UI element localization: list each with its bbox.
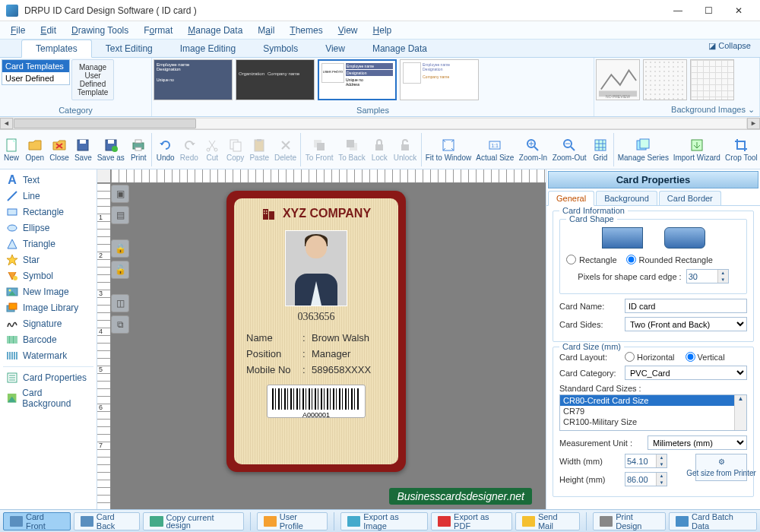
actual-size-button[interactable]: 1:1Actual Size <box>473 131 516 168</box>
zoom-in-button[interactable]: Zoom-In <box>516 131 549 168</box>
ribbon-tab-symbols[interactable]: Symbols <box>249 40 312 57</box>
radio-horizontal[interactable]: Horizontal <box>625 352 675 362</box>
scroll-left-arrow[interactable]: ◄ <box>0 118 13 129</box>
tool-watermark[interactable]: Watermark <box>3 348 93 363</box>
close-button-tb[interactable]: Close <box>47 131 72 168</box>
list-scrollbar[interactable]: ▲ <box>734 395 746 430</box>
tool-text[interactable]: AText <box>3 173 93 188</box>
tab-background[interactable]: Background <box>596 191 657 205</box>
sample-template-2[interactable]: OrganizationCompany name <box>236 59 315 100</box>
menu-format[interactable]: Format <box>136 24 180 37</box>
undo-button[interactable]: Undo <box>154 131 177 168</box>
ribbon-tab-image-editing[interactable]: Image Editing <box>166 40 249 57</box>
close-button[interactable]: ✕ <box>724 2 754 20</box>
menu-edit[interactable]: Edit <box>33 24 64 37</box>
spin-down[interactable]: ▼ <box>656 461 667 468</box>
category-list[interactable]: Card Templates User Defined <box>2 59 70 85</box>
copy-current-design-button[interactable]: Copy current design <box>143 512 243 530</box>
paste-button[interactable]: Paste <box>247 131 272 168</box>
unlock-button[interactable]: Unlock <box>391 131 420 168</box>
ribbon-tab-view[interactable]: View <box>312 40 359 57</box>
tool-new-image[interactable]: New Image <box>3 284 93 299</box>
ribbon-tab-manage-data[interactable]: Manage Data <box>359 40 441 57</box>
redo-button[interactable]: Redo <box>177 131 201 168</box>
menu-help[interactable]: Help <box>366 24 400 37</box>
standard-sizes-list[interactable]: CR80-Credit Card Size CR79 CR100-Militar… <box>559 394 747 431</box>
bg-thumb-3[interactable] <box>690 59 734 100</box>
sample-template-1[interactable]: Employee name Designation Unique no <box>154 59 233 100</box>
copy-button[interactable]: Copy <box>223 131 247 168</box>
tool-star[interactable]: Star <box>3 252 93 268</box>
ribbon-hscrollbar[interactable]: ◄ ► <box>0 117 760 130</box>
id-card[interactable]: XYZ COMPANY 0363656 Name:Brown Walsh Pos… <box>226 191 406 472</box>
ribbon-tab-templates[interactable]: Templates <box>21 40 92 58</box>
to-front-button[interactable]: To Front <box>302 131 335 168</box>
minimize-button[interactable]: — <box>663 2 693 20</box>
cut-button[interactable]: Cut <box>201 131 223 168</box>
tool-rectangle[interactable]: Rectangle <box>3 204 93 220</box>
height-spinner[interactable]: 86.00▲▼ <box>625 472 667 486</box>
print-design-button[interactable]: Print Design <box>593 512 666 530</box>
grid-button[interactable]: Grid <box>589 131 612 168</box>
card-front-button[interactable]: Card Front <box>3 512 71 530</box>
sample-template-3[interactable]: USER PHOTO Employee name Designation Uni… <box>318 59 397 100</box>
ribbon-tab-text-editing[interactable]: Text Editing <box>92 40 166 57</box>
menu-themes[interactable]: Themes <box>282 24 330 37</box>
radio-rectangle[interactable]: Rectangle <box>566 255 617 264</box>
fit-window-button[interactable]: Fit to Window <box>423 131 473 168</box>
layers-button[interactable]: ▣ <box>111 185 129 203</box>
unlock-layer-button[interactable]: 🔓 <box>111 261 129 279</box>
size-cr80[interactable]: CR80-Credit Card Size <box>560 395 746 406</box>
scroll-track[interactable] <box>13 118 747 129</box>
scroll-thumb[interactable] <box>14 119 196 128</box>
save-as-button[interactable]: Save as <box>94 131 127 168</box>
spin-up[interactable]: ▲ <box>717 270 728 277</box>
zoom-out-button[interactable]: Zoom-Out <box>549 131 588 168</box>
manage-series-button[interactable]: Manage Series <box>616 131 671 168</box>
tool-card-background[interactable]: Card Background <box>3 386 93 410</box>
manage-user-template-button[interactable]: Manage User Defined Template <box>71 59 114 100</box>
layer-forward-button[interactable]: ▤ <box>111 206 129 224</box>
card-name-input[interactable] <box>625 299 747 313</box>
width-spinner[interactable]: 54.10▲▼ <box>625 454 667 468</box>
card-category-select[interactable]: PVC_Card <box>625 366 747 380</box>
tab-general[interactable]: General <box>548 191 594 206</box>
lock-button[interactable]: Lock <box>368 131 391 168</box>
pixels-spinner[interactable]: 30▲▼ <box>686 269 729 283</box>
group-button[interactable]: ◫ <box>111 294 129 312</box>
tool-ellipse[interactable]: Ellipse <box>3 220 93 236</box>
bg-thumb-2[interactable] <box>643 59 687 100</box>
to-back-button[interactable]: To Back <box>336 131 368 168</box>
size-cr100[interactable]: CR100-Military Size <box>560 416 746 427</box>
spin-up[interactable]: ▲ <box>656 454 667 461</box>
spin-down[interactable]: ▼ <box>717 277 728 283</box>
ribbon-collapse-button[interactable]: ◪ Collapse <box>708 41 751 51</box>
tool-signature[interactable]: Signature <box>3 316 93 331</box>
spin-up[interactable]: ▲ <box>656 473 667 480</box>
card-batch-data-button[interactable]: Card Batch Data <box>669 512 757 530</box>
tool-card-properties[interactable]: Card Properties <box>3 366 93 385</box>
spin-down[interactable]: ▼ <box>656 480 667 486</box>
size-cr79[interactable]: CR79 <box>560 406 746 416</box>
card-back-button[interactable]: Card Back <box>74 512 141 530</box>
measurement-unit-select[interactable]: Milimeters (mm) <box>648 435 747 450</box>
crop-tool-button[interactable]: Crop Tool <box>723 131 760 168</box>
import-wizard-button[interactable]: Import Wizard <box>671 131 723 168</box>
menu-file[interactable]: File <box>3 24 33 37</box>
menu-drawing-tools[interactable]: Drawing Tools <box>64 24 136 37</box>
tool-symbol[interactable]: Symbol <box>3 268 93 283</box>
save-button[interactable]: Save <box>71 131 94 168</box>
tab-card-border[interactable]: Card Border <box>659 191 721 205</box>
menu-view[interactable]: View <box>331 24 366 37</box>
tool-triangle[interactable]: Triangle <box>3 236 93 252</box>
new-button[interactable]: New <box>0 131 23 168</box>
get-size-from-printer-button[interactable]: ⚙ Get size from Printer <box>695 454 747 481</box>
lock-layer-button[interactable]: 🔒 <box>111 239 129 258</box>
category-card-templates[interactable]: Card Templates <box>2 60 69 72</box>
category-user-defined[interactable]: User Defined <box>2 72 69 84</box>
user-profile-button[interactable]: User Profile <box>257 512 328 530</box>
canvas-area[interactable]: 1234567 ▣ ▤ 🔒 🔓 ◫ ⧉ XYZ COMPANY <box>97 169 546 509</box>
card-sides-select[interactable]: Two (Front and Back) <box>625 317 747 331</box>
open-button[interactable]: Open <box>23 131 47 168</box>
export-image-button[interactable]: Export as Image <box>340 512 428 530</box>
